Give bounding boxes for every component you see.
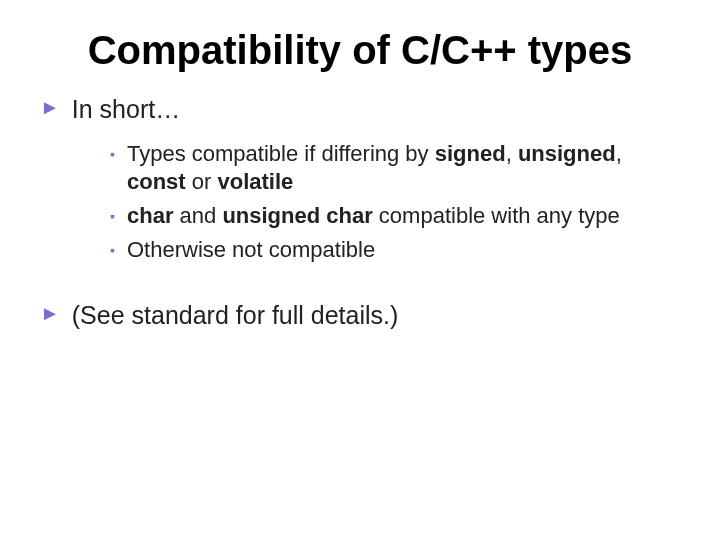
square-bullet-icon: ▪ <box>110 236 115 264</box>
keyword-signed: signed <box>435 141 506 166</box>
keyword-unsigned-char: unsigned char <box>222 203 372 228</box>
list-item: ▪ char and unsigned char compatible with… <box>110 199 680 233</box>
list-item-text: Types compatible if differing by signed,… <box>127 140 680 196</box>
text-fragment: and <box>173 203 222 228</box>
keyword-const: const <box>127 169 186 194</box>
list-item-text: In short… <box>72 93 680 125</box>
level1-list: ► In short… <box>40 91 680 137</box>
slide-title: Compatibility of C/C++ types <box>40 20 680 91</box>
square-bullet-icon: ▪ <box>110 140 115 168</box>
keyword-char: char <box>127 203 173 228</box>
list-item-text: char and unsigned char compatible with a… <box>127 202 680 230</box>
list-item: ▪ Otherwise not compatible <box>110 233 680 267</box>
list-item-text: Otherwise not compatible <box>127 236 680 264</box>
spacer <box>40 279 680 297</box>
slide: Compatibility of C/C++ types ► In short…… <box>0 0 720 540</box>
text-fragment: or <box>186 169 218 194</box>
text-fragment: , <box>616 141 622 166</box>
triangle-bullet-icon: ► <box>40 93 60 121</box>
triangle-bullet-icon: ► <box>40 299 60 327</box>
text-fragment: , <box>506 141 518 166</box>
keyword-unsigned: unsigned <box>518 141 616 166</box>
list-item: ▪ Types compatible if differing by signe… <box>110 137 680 199</box>
level2-list: ▪ Types compatible if differing by signe… <box>40 137 680 279</box>
level1-list: ► (See standard for full details.) <box>40 297 680 343</box>
list-item-text: (See standard for full details.) <box>72 299 680 331</box>
text-fragment: compatible with any type <box>373 203 620 228</box>
list-item: ► (See standard for full details.) <box>40 297 680 343</box>
square-bullet-icon: ▪ <box>110 202 115 230</box>
keyword-volatile: volatile <box>217 169 293 194</box>
text-fragment: Types compatible if differing by <box>127 141 435 166</box>
list-item: ► In short… <box>40 91 680 137</box>
